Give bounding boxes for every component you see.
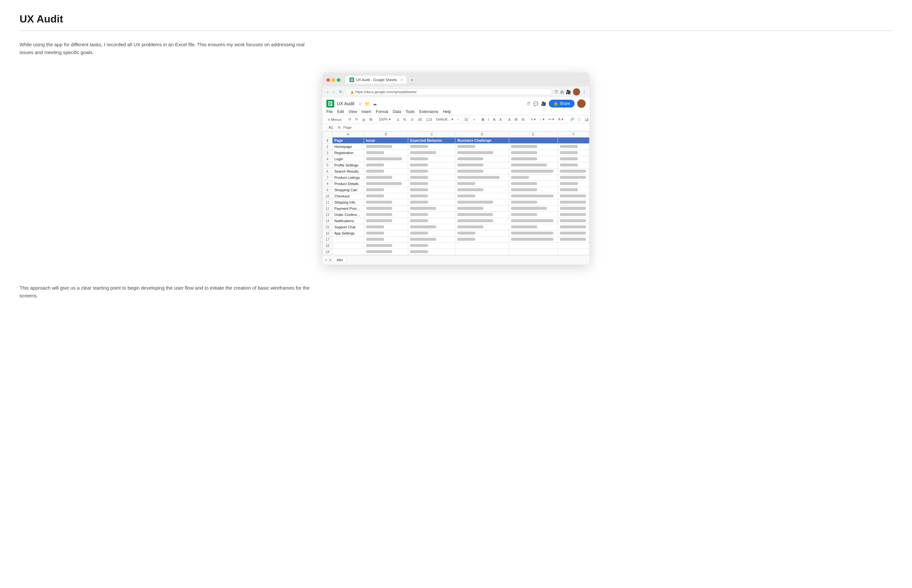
cell-b-10[interactable] (364, 193, 408, 199)
cell-f-7[interactable] (558, 174, 589, 181)
toolbar-font-family[interactable]: Default... ▾ (434, 116, 454, 122)
cell-c-17[interactable] (408, 236, 455, 243)
cell-a-2[interactable]: Homepage (332, 144, 364, 150)
cell-e-15[interactable] (509, 224, 558, 230)
cell-f-16[interactable] (558, 230, 589, 236)
meet-button[interactable]: 🎥 (541, 101, 546, 106)
cell-d-5[interactable] (455, 162, 509, 168)
cell-e-12[interactable] (509, 205, 558, 212)
cell-d-19[interactable] (455, 249, 509, 255)
cell-d-11[interactable] (455, 199, 509, 205)
cell-a-11[interactable]: Shipping Info (332, 199, 364, 205)
cell-a-17[interactable] (332, 236, 364, 243)
toolbar-align[interactable]: ≡ ▾ (529, 116, 537, 122)
cell-d-2[interactable] (455, 144, 509, 150)
toolbar-print[interactable]: 🖨 (361, 117, 367, 122)
cell-a-14[interactable]: Notifications (332, 218, 364, 224)
cell-a-5[interactable]: Profile Settings (332, 162, 364, 168)
cell-a-10[interactable]: Checkout (332, 193, 364, 199)
menu-insert[interactable]: Insert (362, 110, 371, 114)
formula-content[interactable]: Page (343, 125, 352, 129)
toolbar-dec-decrease[interactable]: .0 (409, 117, 415, 122)
cell-b-2[interactable] (364, 144, 408, 150)
cell-c-7[interactable] (408, 174, 455, 181)
cell-a-16[interactable]: App Settings (332, 230, 364, 236)
cell-a-3[interactable]: Registration (332, 150, 364, 156)
cell-f-18[interactable] (558, 243, 589, 249)
col-header-b[interactable]: B (364, 132, 408, 137)
toolbar-font-size[interactable]: 15 (462, 117, 470, 122)
cell-a-4[interactable]: Login (332, 156, 364, 162)
cell-a-6[interactable]: Search Results (332, 168, 364, 174)
browser-tab[interactable]: UX Audit - Google Sheets × (345, 76, 407, 84)
cell-d-14[interactable] (455, 218, 509, 224)
cell-f-5[interactable] (558, 162, 589, 168)
cell-c-6[interactable] (408, 168, 455, 174)
cell-b-17[interactable] (364, 236, 408, 243)
toolbar-strikethrough[interactable]: S (492, 117, 497, 122)
cell-c-19[interactable] (408, 249, 455, 255)
cell-f1[interactable] (558, 137, 589, 144)
cell-e-4[interactable] (509, 156, 558, 162)
cell-c-18[interactable] (408, 243, 455, 249)
cell-a-18[interactable] (332, 243, 364, 249)
cell-b-8[interactable] (364, 181, 408, 187)
toolbar-borders[interactable]: ⊞ (513, 116, 519, 122)
cell-f-11[interactable] (558, 199, 589, 205)
toolbar-font-size-decrease[interactable]: − (456, 117, 460, 122)
cell-d-15[interactable] (455, 224, 509, 230)
cell-a-9[interactable]: Shopping Cart (332, 187, 364, 193)
cell-b-19[interactable] (364, 249, 408, 255)
toolbar-dec-increase[interactable]: .00 (416, 117, 423, 122)
cell-f-10[interactable] (558, 193, 589, 199)
cell-c-3[interactable] (408, 150, 455, 156)
cell-b-18[interactable] (364, 243, 408, 249)
address-bar[interactable]: 🔒 https://docs.google.com/spreadsheets/ (346, 89, 552, 95)
cell-c-14[interactable] (408, 218, 455, 224)
cell-d-7[interactable] (455, 174, 509, 181)
cell-b1[interactable]: Issue (364, 137, 408, 144)
col-header-d[interactable]: D (455, 132, 509, 137)
cell-f-8[interactable] (558, 181, 589, 187)
reload-button[interactable]: ↻ (338, 89, 344, 95)
cell-e-10[interactable] (509, 193, 558, 199)
cell-e-13[interactable] (509, 212, 558, 218)
cell-d-4[interactable] (455, 156, 509, 162)
share-button[interactable]: 🔒 Share (549, 100, 575, 108)
menu-extensions[interactable]: Extensions (419, 110, 438, 114)
sheet-list-button[interactable]: ≡ (329, 258, 331, 262)
cell-b-13[interactable] (364, 212, 408, 218)
cell-e-17[interactable] (509, 236, 558, 243)
user-avatar-sheets[interactable] (577, 99, 586, 108)
cell-c-5[interactable] (408, 162, 455, 168)
cell-b-9[interactable] (364, 187, 408, 193)
cell-c-16[interactable] (408, 230, 455, 236)
cell-c-13[interactable] (408, 212, 455, 218)
toolbar-valign[interactable]: ↕ ▾ (538, 116, 546, 122)
toolbar-redo[interactable]: ↻ (354, 116, 359, 122)
toolbar-currency[interactable]: £ (396, 117, 400, 122)
cell-e-8[interactable] (509, 181, 558, 187)
toolbar-zoom[interactable]: 100% ▾ (378, 116, 392, 122)
cell-f-12[interactable] (558, 205, 589, 212)
camera-button[interactable]: 🎥 (566, 90, 571, 94)
menu-help[interactable]: Help (443, 110, 451, 114)
move-icon[interactable]: 📁 (365, 101, 370, 106)
cell-b-3[interactable] (364, 150, 408, 156)
minimize-traffic-light[interactable] (332, 78, 335, 82)
cell-a-13[interactable]: Order Confirmation (332, 212, 364, 218)
cell-c-4[interactable] (408, 156, 455, 162)
toolbar-wrap[interactable]: ↩ ▾ (547, 116, 556, 122)
menu-tools[interactable]: Tools (405, 110, 415, 114)
cell-f-13[interactable] (558, 212, 589, 218)
cell-b-7[interactable] (364, 174, 408, 181)
cell-f-17[interactable] (558, 236, 589, 243)
user-avatar[interactable] (573, 88, 580, 95)
toolbar-font-size-increase[interactable]: + (471, 117, 476, 122)
cell-b-11[interactable] (364, 199, 408, 205)
cell-d-8[interactable] (455, 181, 509, 187)
cell-b-12[interactable] (364, 205, 408, 212)
cell-e-19[interactable] (509, 249, 558, 255)
cell-b-4[interactable] (364, 156, 408, 162)
cell-e-9[interactable] (509, 187, 558, 193)
